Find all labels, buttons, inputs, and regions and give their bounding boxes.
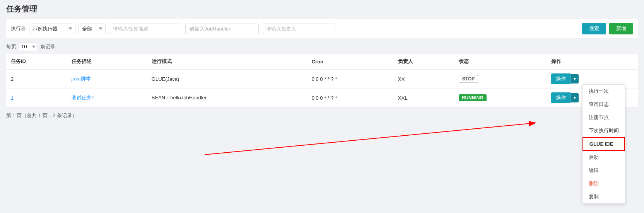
executor-label: 执行器	[11, 25, 26, 32]
col-status: 状态	[454, 54, 547, 69]
table-row: 1测试任务1BEAN：helloJobHandler0 0 0 * * ? *X…	[6, 89, 638, 107]
dropdown-menu-item[interactable]: 执行一次	[583, 85, 625, 98]
pagination-text: 第 1 页（总共 1 页，2 条记录）	[6, 112, 77, 118]
per-page-label-before: 每页	[6, 43, 16, 50]
dropdown-menu-item[interactable]: GLUE IDE	[583, 137, 625, 151]
table-row: 2java脚本GLUE(Java)0 0 0 * * ? *XXSTOP操作▾	[6, 69, 638, 89]
table-header-row: 任务ID 任务描述 运行模式 Cron 负责人 状态 操作	[6, 54, 638, 69]
per-page-label-after: 条记录	[40, 43, 55, 50]
cell-owner: XXL	[393, 89, 454, 107]
page-container: 任务管理 执行器 示例执行器 全部 搜索 新增 每页 10 条记录 任务ID 任…	[0, 0, 644, 213]
col-cron: Cron	[307, 54, 393, 69]
task-desc-link[interactable]: java脚本	[72, 76, 91, 82]
cell-desc: java脚本	[67, 69, 147, 89]
task-table: 任务ID 任务描述 运行模式 Cron 负责人 状态 操作 2java脚本GLU…	[6, 54, 638, 107]
page-title: 任务管理	[6, 4, 638, 14]
owner-input[interactable]	[262, 24, 335, 34]
svg-line-1	[205, 123, 536, 155]
cell-desc: 测试任务1	[67, 89, 147, 107]
col-operate: 操作	[547, 54, 638, 69]
operate-dropdown-button[interactable]: ▾	[571, 93, 579, 102]
dropdown-menu-item[interactable]: 下次执行时间	[583, 124, 625, 137]
status-badge: STOP	[459, 75, 478, 83]
dropdown-menu-item[interactable]: 编辑	[583, 164, 625, 177]
dropdown-menu-item[interactable]: 删除	[583, 177, 625, 190]
dropdown-menu: 执行一次查询日志注册节点下次执行时间GLUE IDE启动编辑删除复制	[582, 84, 625, 204]
operate-btn-group: 操作▾	[551, 73, 633, 84]
table-area: 任务ID 任务描述 运行模式 Cron 负责人 状态 操作 2java脚本GLU…	[6, 54, 638, 107]
dropdown-menu-item[interactable]: 注册节点	[583, 111, 625, 124]
add-button[interactable]: 新增	[609, 23, 633, 34]
operate-button[interactable]: 操作	[551, 92, 571, 103]
toolbar: 执行器 示例执行器 全部 搜索 新增	[6, 19, 638, 38]
per-page-bar: 每页 10 条记录	[6, 42, 638, 51]
status-badge: RUNNING	[459, 94, 487, 101]
cell-owner: XX	[393, 69, 454, 89]
col-desc: 任务描述	[67, 54, 147, 69]
desc-input[interactable]	[109, 24, 182, 34]
pagination-info: 第 1 页（总共 1 页，2 条记录）	[6, 112, 638, 119]
task-id-link[interactable]: 1	[11, 95, 14, 101]
cell-id: 1	[6, 89, 67, 107]
cell-status: RUNNING	[454, 89, 547, 107]
cell-run-mode: BEAN：helloJobHandler	[147, 89, 307, 107]
col-owner: 负责人	[393, 54, 454, 69]
search-button[interactable]: 搜索	[582, 23, 606, 34]
operate-dropdown-button[interactable]: ▾	[571, 74, 579, 83]
cell-run-mode: GLUE(Java)	[147, 69, 307, 89]
task-desc-link[interactable]: 测试任务1	[72, 95, 94, 101]
per-page-select[interactable]: 10	[19, 42, 38, 51]
cell-id: 2	[6, 69, 67, 89]
status-select[interactable]: 全部	[79, 24, 106, 34]
dropdown-menu-item[interactable]: 启动	[583, 151, 625, 164]
cell-cron: 0 0 0 * * ? *	[307, 89, 393, 107]
operate-button[interactable]: 操作	[551, 73, 571, 84]
cell-status: STOP	[454, 69, 547, 89]
job-handler-input[interactable]	[185, 24, 259, 34]
dropdown-menu-item[interactable]: 复制	[583, 190, 625, 203]
col-id: 任务ID	[6, 54, 67, 69]
cell-cron: 0 0 0 * * ? *	[307, 69, 393, 89]
executor-select[interactable]: 示例执行器	[29, 24, 75, 34]
col-run-mode: 运行模式	[147, 54, 307, 69]
dropdown-menu-item[interactable]: 查询日志	[583, 98, 625, 111]
